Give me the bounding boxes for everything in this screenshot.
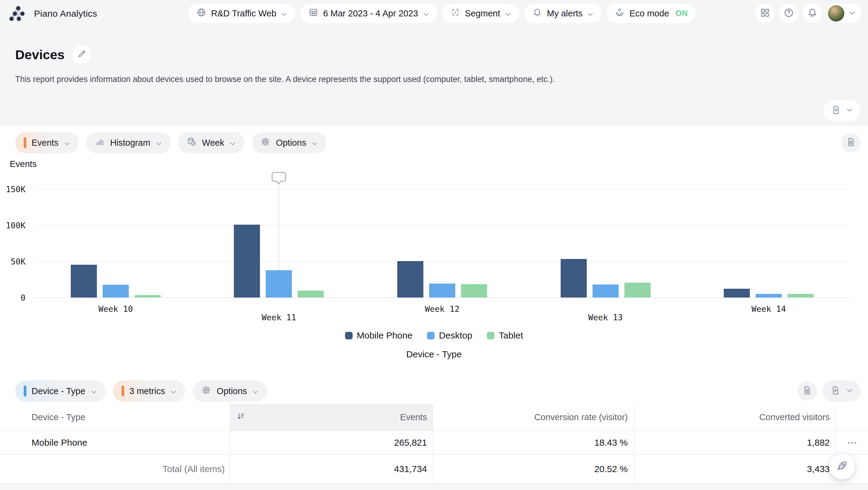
document-icon — [802, 385, 812, 397]
x-axis-tick-label: Week 13 — [588, 313, 623, 322]
bar-tablet[interactable] — [461, 284, 487, 297]
chevron-down-icon — [170, 386, 177, 396]
help-icon — [783, 7, 794, 20]
bar-desktop[interactable] — [266, 270, 292, 297]
user-menu[interactable] — [827, 4, 861, 23]
chart-type-button[interactable]: Histogram — [86, 132, 171, 153]
apps-grid-button[interactable] — [755, 4, 775, 23]
help-button[interactable] — [779, 4, 799, 23]
table-dimension-label: Device - Type — [32, 386, 85, 396]
gear-icon — [260, 137, 271, 149]
y-axis-tick-label: 50K — [11, 257, 26, 266]
date-range-picker[interactable]: 6 Mar 2023 - 4 Apr 2023 — [300, 4, 437, 23]
chevron-down-icon — [311, 138, 318, 148]
bar-group-week-14 — [724, 289, 814, 297]
chevron-down-icon — [423, 8, 429, 19]
chart-type-label: Histogram — [110, 138, 150, 148]
site-selector-label: R&D Traffic Web — [211, 8, 276, 19]
sort-descending-icon[interactable] — [236, 412, 245, 423]
legend-swatch — [345, 332, 352, 339]
eco-plant-icon — [614, 7, 625, 20]
gear-icon — [201, 385, 211, 397]
edit-title-button[interactable] — [72, 45, 91, 64]
chart-y-axis: 050K100K150K — [0, 189, 26, 297]
table-notes-button[interactable] — [798, 381, 817, 401]
row-conversion-rate-value: 18.43 % — [432, 431, 633, 454]
comment-bubble-icon[interactable] — [271, 171, 286, 187]
gridline — [34, 225, 850, 226]
table-row[interactable]: Mobile Phone 265,821 18.43 % 1,882 — [0, 431, 868, 455]
export-report-button[interactable] — [824, 100, 860, 121]
bar-mobile-phone[interactable] — [561, 259, 587, 297]
column-header-converted-visitors[interactable]: Converted visitors — [633, 404, 835, 430]
total-label: Total (All items) — [0, 455, 229, 483]
bar-desktop[interactable] — [429, 284, 455, 297]
row-device-label[interactable]: Mobile Phone — [0, 431, 229, 454]
bar-tablet[interactable] — [624, 283, 651, 297]
chart-options-button[interactable]: Options — [252, 132, 327, 153]
table-options-button[interactable]: Options — [192, 381, 267, 402]
y-axis-tick-label: 0 — [21, 293, 26, 302]
plot-area: Week 10Week 11Week 12Week 13Week 14 — [34, 189, 850, 297]
bell-icon — [532, 7, 542, 20]
total-converted-visitors-value: 3,433 — [633, 455, 835, 483]
brand: Piano Analytics — [7, 5, 97, 23]
bar-desktop[interactable] — [756, 294, 782, 297]
bar-tablet[interactable] — [787, 294, 814, 297]
download-icon — [831, 105, 841, 116]
metric-accent-bar — [24, 137, 26, 148]
x-axis-tick-label: Week 11 — [261, 313, 296, 322]
legend-item-desktop[interactable]: Desktop — [427, 330, 472, 340]
data-table: Device - Type Events Conversion rate (vi… — [0, 404, 868, 484]
chart-axis-title: Device - Type — [0, 349, 868, 359]
column-header-conversion-rate[interactable]: Conversion rate (visitor) — [432, 404, 633, 430]
bar-desktop[interactable] — [103, 285, 129, 297]
metrics-accent-bar — [122, 386, 124, 396]
notifications-button[interactable] — [803, 4, 822, 23]
bar-mobile-phone[interactable] — [397, 261, 423, 297]
table-total-row: Total (All items) 431,734 20.52 % 3,433 — [0, 455, 868, 484]
chevron-down-icon — [91, 386, 97, 396]
bar-group-week-12 — [397, 261, 487, 297]
histogram-icon — [95, 137, 105, 149]
segment-label: Segment — [465, 8, 500, 19]
eco-mode-toggle[interactable]: Eco mode ON — [607, 4, 695, 23]
table-metrics-label: 3 metrics — [129, 386, 165, 396]
row-actions-ellipsis-icon[interactable] — [848, 442, 856, 444]
bar-mobile-phone[interactable] — [724, 289, 750, 297]
my-alerts[interactable]: My alerts — [524, 4, 602, 23]
bell-icon — [807, 7, 818, 20]
column-header-device-type[interactable]: Device - Type — [0, 404, 229, 430]
bar-tablet[interactable] — [298, 291, 324, 297]
chart-period-button[interactable]: Week — [178, 132, 245, 153]
total-events-value: 431,734 — [229, 455, 432, 483]
site-selector[interactable]: R&D Traffic Web — [188, 4, 296, 23]
eco-mode-label: Eco mode — [629, 8, 669, 19]
chart-metric-button[interactable]: Events — [15, 132, 79, 153]
piano-analytics-logo — [7, 5, 27, 23]
pencil-icon — [77, 49, 87, 60]
chevron-down-icon — [505, 8, 512, 19]
table-dimension-button[interactable]: Device - Type — [15, 381, 106, 402]
y-axis-tick-label: 150K — [6, 185, 26, 194]
legend-item-tablet[interactable]: Tablet — [487, 330, 523, 340]
eco-mode-state: ON — [676, 9, 688, 18]
segment-selector[interactable]: Segment — [442, 4, 519, 23]
chevron-down-icon — [587, 8, 594, 19]
bar-mobile-phone[interactable] — [234, 225, 260, 297]
chevron-down-icon — [848, 11, 856, 17]
chart-metric-label: Events — [32, 138, 59, 148]
chart-notes-button[interactable] — [841, 133, 861, 153]
chevron-down-icon — [252, 386, 259, 396]
bar-tablet[interactable] — [134, 295, 161, 297]
table-export-button[interactable] — [823, 381, 861, 402]
chart-title: Events — [10, 159, 37, 169]
bar-mobile-phone[interactable] — [71, 265, 97, 297]
ai-insights-rocket-button[interactable] — [830, 454, 855, 479]
bar-group-week-11 — [234, 225, 324, 297]
column-header-events[interactable]: Events — [229, 404, 432, 430]
legend-item-mobile-phone[interactable]: Mobile Phone — [345, 330, 412, 340]
apps-grid-icon — [760, 8, 770, 19]
table-metrics-button[interactable]: 3 metrics — [113, 381, 186, 402]
bar-desktop[interactable] — [592, 285, 619, 297]
